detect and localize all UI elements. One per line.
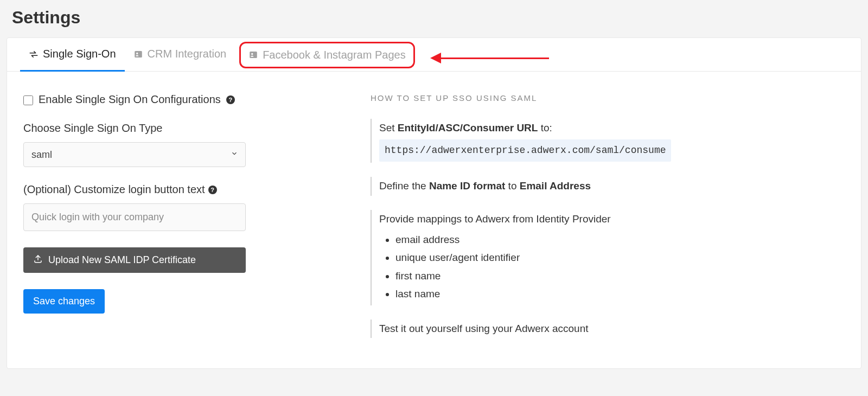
settings-panel: Single Sign-On CRM Integration Facebook … bbox=[7, 37, 861, 369]
enable-sso-checkbox[interactable] bbox=[23, 95, 33, 105]
contact-card-icon bbox=[248, 50, 258, 60]
sso-type-label: Choose Single Sign On Type bbox=[23, 122, 338, 135]
login-button-text-input[interactable] bbox=[23, 203, 246, 231]
tab-label: Facebook & Instagram Pages bbox=[263, 49, 405, 61]
save-button-label: Save changes bbox=[33, 296, 95, 307]
tab-label: Single Sign-On bbox=[43, 48, 116, 60]
mapping-item: last name bbox=[395, 286, 845, 302]
panel-content: Enable Single Sign On Configurations ? C… bbox=[7, 72, 861, 368]
svg-point-3 bbox=[251, 53, 253, 55]
swap-icon bbox=[29, 49, 39, 59]
tab-bar: Single Sign-On CRM Integration Facebook … bbox=[7, 38, 861, 72]
tab-label: CRM Integration bbox=[148, 48, 227, 60]
howto-step-1: Set EntityId/ASC/Consumer URL to: https:… bbox=[371, 119, 845, 163]
tab-facebook-instagram[interactable]: Facebook & Instagram Pages bbox=[239, 42, 414, 68]
mapping-item: unique user/agent identifier bbox=[395, 250, 845, 266]
save-changes-button[interactable]: Save changes bbox=[23, 289, 105, 314]
help-icon[interactable]: ? bbox=[208, 186, 217, 194]
help-icon[interactable]: ? bbox=[226, 95, 235, 104]
consumer-url-value: https://adwerxenterprise.adwerx.com/saml… bbox=[379, 139, 671, 162]
tab-crm-integration[interactable]: CRM Integration bbox=[125, 38, 235, 72]
page-title: Settings bbox=[7, 0, 861, 37]
svg-rect-2 bbox=[250, 52, 257, 58]
mapping-item: email address bbox=[395, 232, 845, 248]
contact-card-icon bbox=[133, 49, 143, 59]
howto-heading: HOW TO SET UP SSO USING SAML bbox=[371, 93, 845, 103]
upload-icon bbox=[33, 254, 43, 266]
annotation-arrow bbox=[430, 53, 549, 63]
howto-step-3: Provide mappings to Adwerx from Identity… bbox=[371, 210, 845, 305]
howto-step-2: Define the Name ID format to Email Addre… bbox=[371, 177, 845, 195]
svg-rect-0 bbox=[135, 51, 142, 58]
sso-type-select[interactable]: saml bbox=[23, 142, 246, 167]
svg-point-1 bbox=[136, 52, 138, 54]
mapping-item: first name bbox=[395, 268, 845, 284]
upload-certificate-button[interactable]: Upload New SAML IDP Certificate bbox=[23, 247, 246, 273]
enable-sso-label: Enable Single Sign On Configurations bbox=[39, 93, 221, 106]
howto-section: HOW TO SET UP SSO USING SAML Set EntityI… bbox=[371, 93, 845, 352]
howto-step-4: Test it out yourself using your Adwerx a… bbox=[371, 320, 845, 338]
sso-form: Enable Single Sign On Configurations ? C… bbox=[23, 93, 338, 352]
tab-single-sign-on[interactable]: Single Sign-On bbox=[20, 38, 125, 72]
upload-button-label: Upload New SAML IDP Certificate bbox=[48, 254, 196, 266]
login-button-text-label: (Optional) Customize login button text bbox=[23, 183, 205, 196]
